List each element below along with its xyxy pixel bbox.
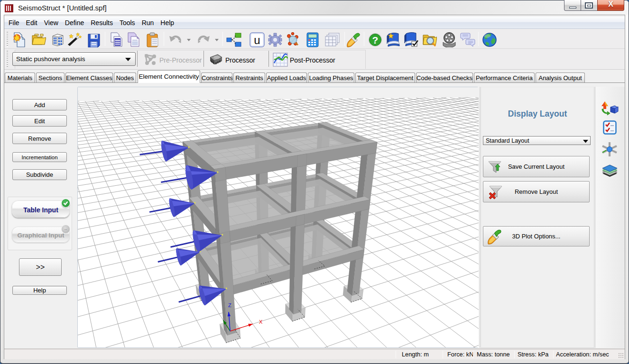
svg-text:X: X — [259, 319, 263, 325]
svg-text:u: u — [254, 34, 260, 46]
svg-text:?: ? — [372, 35, 379, 46]
svg-text:Z: Z — [228, 302, 231, 308]
